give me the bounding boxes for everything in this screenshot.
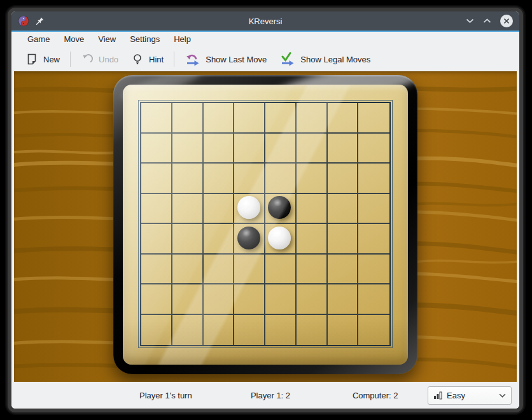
board-grid (140, 102, 391, 346)
menu-view[interactable]: View (91, 32, 123, 47)
board-cell-r4-c4[interactable] (265, 224, 297, 255)
new-document-icon (25, 53, 38, 66)
maximize-button[interactable] (483, 18, 491, 24)
board-cell-r7-c6[interactable] (328, 315, 359, 346)
toolbar-separator (174, 52, 174, 67)
board-cell-r7-c4[interactable] (265, 315, 297, 346)
board-cell-r1-c5[interactable] (297, 134, 328, 164)
board-cell-r7-c7[interactable] (358, 315, 389, 346)
toolbar: New Undo (11, 47, 519, 71)
menu-help[interactable]: Help (167, 32, 198, 47)
board-cell-r3-c4[interactable] (265, 194, 297, 225)
statusbar: Player 1's turn Player 1: 2 Computer: 2 … (11, 382, 519, 409)
board-cell-r1-c3[interactable] (234, 134, 265, 164)
board-cell-r4-c7[interactable] (358, 224, 389, 255)
board-cell-r5-c3[interactable] (234, 255, 265, 285)
board-cell-r3-c7[interactable] (358, 194, 389, 225)
board-cell-r2-c0[interactable] (141, 164, 172, 194)
menu-move[interactable]: Move (57, 32, 91, 47)
board-cell-r4-c6[interactable] (328, 224, 359, 255)
board-cell-r7-c5[interactable] (297, 315, 328, 346)
board-cell-r5-c2[interactable] (204, 255, 235, 285)
board-cell-r3-c0[interactable] (141, 194, 172, 225)
board-cell-r3-c5[interactable] (297, 194, 328, 225)
board-cell-r5-c4[interactable] (265, 255, 297, 285)
board-cell-r0-c0[interactable] (141, 103, 172, 134)
board-cell-r6-c7[interactable] (358, 284, 389, 315)
board-cell-r2-c3[interactable] (234, 164, 265, 194)
board-cell-r0-c4[interactable] (265, 103, 297, 134)
board-cell-r0-c2[interactable] (204, 103, 235, 134)
board-cell-r5-c1[interactable] (172, 255, 204, 285)
board-cell-r7-c3[interactable] (234, 315, 265, 346)
keep-above-pin-icon[interactable] (36, 17, 45, 25)
board-cell-r4-c5[interactable] (297, 224, 328, 255)
player1-score: Player 1: 2 (218, 391, 323, 400)
minimize-button[interactable] (466, 18, 474, 24)
undo-button: Undo (74, 50, 125, 69)
board-cell-r2-c4[interactable] (265, 164, 297, 194)
menubar: Game Move View Settings Help (11, 32, 519, 47)
board-cell-r3-c6[interactable] (328, 194, 359, 225)
board-cell-r4-c0[interactable] (141, 224, 172, 255)
board-cell-r4-c1[interactable] (172, 224, 204, 255)
board-cell-r4-c2[interactable] (204, 224, 235, 255)
board-cell-r1-c6[interactable] (328, 134, 359, 164)
undo-label: Undo (99, 55, 118, 64)
board-cell-r2-c1[interactable] (172, 164, 204, 194)
black-piece (237, 227, 260, 249)
menu-game[interactable]: Game (20, 32, 57, 47)
board-cell-r2-c6[interactable] (328, 164, 359, 194)
difficulty-bars-icon (433, 391, 442, 400)
board-cell-r2-c7[interactable] (358, 164, 389, 194)
board-cell-r5-c6[interactable] (328, 255, 359, 285)
board-cell-r4-c3[interactable] (234, 224, 265, 255)
window-title: KReversi (11, 17, 519, 26)
board-cell-r7-c1[interactable] (172, 315, 204, 346)
board-cell-r3-c1[interactable] (172, 194, 204, 225)
board-cell-r6-c3[interactable] (234, 284, 265, 315)
menu-settings[interactable]: Settings (123, 32, 167, 47)
hint-label: Hint (149, 55, 164, 64)
titlebar[interactable]: KReversi (11, 11, 519, 32)
show-legal-moves-button[interactable]: Show Legal Moves (273, 50, 377, 69)
board-cell-r5-c0[interactable] (141, 255, 172, 285)
board-cell-r6-c1[interactable] (172, 284, 204, 315)
board-cell-r6-c4[interactable] (265, 284, 297, 315)
board-cell-r0-c7[interactable] (358, 103, 389, 134)
board-cell-r0-c5[interactable] (297, 103, 328, 134)
board-cell-r6-c5[interactable] (297, 284, 328, 315)
board-cell-r1-c7[interactable] (358, 134, 389, 164)
show-last-move-button[interactable]: Show Last Move (178, 50, 273, 69)
board-cell-r2-c5[interactable] (297, 164, 328, 194)
board-cell-r6-c6[interactable] (328, 284, 359, 315)
board-cell-r7-c0[interactable] (141, 315, 172, 346)
board-cell-r1-c4[interactable] (265, 134, 297, 164)
board-cell-r5-c7[interactable] (358, 255, 389, 285)
close-button[interactable] (500, 15, 513, 27)
chevron-down-icon (499, 393, 506, 398)
board-cell-r0-c1[interactable] (172, 103, 204, 134)
board-cell-r1-c1[interactable] (172, 134, 204, 164)
difficulty-dropdown[interactable]: Easy (428, 386, 512, 405)
board-cell-r2-c2[interactable] (204, 164, 235, 194)
board-cell-r7-c2[interactable] (204, 315, 235, 346)
board-cell-r6-c2[interactable] (204, 284, 235, 315)
board-cell-r5-c5[interactable] (297, 255, 328, 285)
new-game-button[interactable]: New (19, 50, 66, 69)
board-cell-r0-c6[interactable] (328, 103, 359, 134)
computer-score: Computer: 2 (323, 391, 428, 400)
white-piece (237, 196, 260, 219)
kreversi-app-icon[interactable] (18, 15, 29, 27)
board-cell-r0-c3[interactable] (234, 103, 265, 134)
white-piece (268, 227, 291, 249)
hint-button[interactable]: Hint (125, 50, 170, 69)
board-cell-r3-c3[interactable] (234, 194, 265, 225)
board-cell-r6-c0[interactable] (141, 284, 172, 315)
legal-moves-check-icon (279, 52, 295, 66)
board-cell-r3-c2[interactable] (204, 194, 235, 225)
board-cell-r1-c2[interactable] (204, 134, 235, 164)
hint-bulb-icon (131, 53, 144, 66)
board-cell-r1-c0[interactable] (141, 134, 172, 164)
show-legal-moves-label: Show Legal Moves (300, 55, 370, 64)
